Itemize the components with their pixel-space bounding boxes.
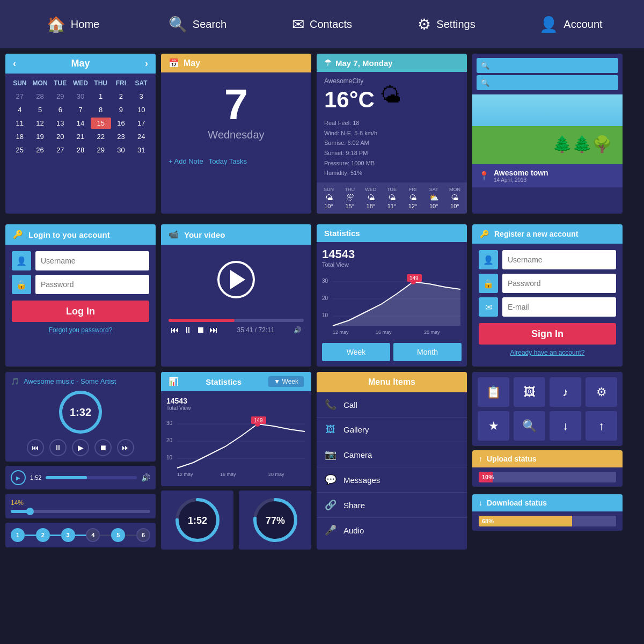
stats-week-month: Week Month	[322, 343, 462, 361]
gallery-icon: 🖼	[324, 424, 337, 435]
icon-grid-search[interactable]: 🔍	[514, 411, 545, 441]
mini-play-btn[interactable]: ▶	[11, 470, 26, 485]
nav-contacts-label: Contacts	[310, 18, 352, 31]
music-pause-btn[interactable]: ⏸	[49, 439, 67, 456]
already-account-link[interactable]: Already have an account?	[479, 349, 616, 356]
icon-grid-star[interactable]: ★	[478, 411, 509, 441]
volume-icon[interactable]: 🔊	[294, 326, 302, 334]
today-tasks-btn[interactable]: Today Tasks	[209, 157, 247, 165]
menu-camera[interactable]: 📷 Camera	[317, 442, 467, 467]
reg-lock-icon: 🔒	[479, 274, 498, 293]
step-6[interactable]: 6	[136, 528, 150, 542]
nav-settings[interactable]: ⚙ Settings	[384, 16, 509, 33]
music-prev-btn[interactable]: ⏮	[27, 439, 44, 456]
menu-gallery[interactable]: 🖼 Gallery	[317, 418, 467, 442]
register-widget: 🔑 Register a new account 👤 🔒 ✉ Sign In A…	[472, 224, 623, 367]
menu-share[interactable]: 🔗 Share	[317, 493, 467, 518]
upload-header: ↑ Upload status	[472, 450, 623, 467]
upload-pct-label: 10%	[482, 474, 494, 480]
menu-widget: Menu Items 📞 Call 🖼 Gallery 📷 Camera 💬 M…	[317, 372, 467, 550]
svg-text:149: 149	[409, 275, 419, 281]
date-number: 7	[224, 83, 248, 126]
step-3[interactable]: 3	[61, 528, 75, 542]
svg-text:20: 20	[322, 295, 328, 301]
weather-widget: ☂ May 7, Monday AwesomeCity 16°C 🌤 Real …	[317, 54, 467, 214]
icon-grid-upload[interactable]: ↑	[586, 411, 617, 441]
menu-audio[interactable]: 🎤 Audio	[317, 518, 467, 543]
username-input[interactable]	[35, 251, 149, 270]
stats-chart-body: 14543 Total View 30 20 10 149 12 may 16 …	[161, 391, 311, 486]
cal-prev-btn[interactable]: ‹	[13, 58, 16, 69]
prev-icon[interactable]: ⏮	[171, 325, 179, 335]
menu-messages[interactable]: 💬 Messages	[317, 467, 467, 493]
video-play-area	[161, 245, 311, 314]
mini-video-widget: ▶ 1:52 🔊	[5, 466, 156, 489]
camera-label: Camera	[343, 450, 372, 459]
play-triangle-icon	[230, 270, 245, 289]
video-time-current: 35:41	[237, 326, 253, 334]
reg-password-input[interactable]	[502, 274, 616, 293]
timers-row: 1:52 77%	[161, 491, 311, 550]
sign-in-button[interactable]: Sign In	[479, 323, 616, 345]
music-time: 1:32	[70, 406, 91, 419]
timer-2-widget: 77%	[239, 491, 311, 550]
call-icon: 📞	[324, 399, 337, 411]
step-2[interactable]: 2	[36, 528, 50, 542]
step-1[interactable]: 1	[11, 528, 25, 542]
add-note-btn[interactable]: + Add Note	[169, 157, 203, 165]
upload-bar-fill: 10%	[479, 472, 493, 482]
upload-bar-track[interactable]: 10%	[479, 472, 616, 482]
mini-volume-icon[interactable]: 🔊	[141, 473, 150, 482]
download-bar-track[interactable]: 68%	[479, 516, 616, 526]
music-play-btn[interactable]: ▶	[72, 439, 89, 456]
download-icon: ↓	[479, 499, 482, 507]
cal-next-btn[interactable]: ›	[145, 58, 148, 69]
menu-header: Menu Items	[317, 372, 467, 392]
register-header: 🔑 Register a new account	[472, 224, 623, 244]
video-progress-bar[interactable]	[169, 319, 304, 322]
reg-email-input[interactable]	[502, 297, 616, 317]
weather-header: ☂ May 7, Monday	[317, 54, 467, 72]
music-stop-btn[interactable]: ⏹	[94, 439, 112, 456]
menu-call[interactable]: 📞 Call	[317, 392, 467, 418]
map-search-bar-2[interactable]: 🔍	[477, 75, 618, 90]
next-icon[interactable]: ⏭	[209, 325, 218, 335]
login-button[interactable]: Log In	[12, 301, 149, 322]
music-next-btn[interactable]: ⏭	[117, 439, 134, 456]
login-title: Login to you account	[28, 230, 110, 239]
map-search-bar[interactable]: 🔍	[477, 58, 618, 73]
svg-text:149: 149	[254, 418, 263, 423]
month-tab-btn[interactable]: Month	[393, 343, 462, 361]
nav-account[interactable]: 👤 Account	[509, 16, 633, 33]
pause-icon[interactable]: ⏸	[184, 325, 192, 335]
cal-week-4: 18 19 20 21 22 23 24	[10, 131, 151, 142]
slider-track[interactable]	[11, 510, 150, 513]
icon-grid-download[interactable]: ↓	[550, 411, 581, 441]
video-widget: 📹 Your video ⏮ ⏸ ⏹ ⏭ 35:41 /	[161, 224, 311, 367]
icon-grid-music[interactable]: ♪	[550, 377, 581, 407]
camera-icon: 📷	[324, 449, 337, 460]
stats-week-btn[interactable]: ▼ Week	[268, 376, 304, 387]
nav-home[interactable]: 🏠 Home	[11, 16, 135, 33]
video-time: 35:41 / 72:11	[237, 326, 274, 334]
slider-thumb[interactable]	[26, 508, 34, 515]
icon-grid-notes[interactable]: 📋	[478, 377, 509, 407]
nav-account-label: Account	[564, 18, 602, 31]
step-5[interactable]: 5	[111, 528, 125, 542]
mini-progress-track[interactable]	[46, 476, 137, 479]
stop-icon[interactable]: ⏹	[196, 325, 205, 335]
forgot-password-link[interactable]: Forgot you password?	[12, 326, 149, 334]
play-button[interactable]	[217, 261, 255, 298]
nav-contacts[interactable]: ✉ Contacts	[260, 16, 384, 33]
col-1-bottom: 🎵 Awesome music - Some Artist 1:32 ⏮ ⏸ ▶…	[5, 372, 156, 550]
reg-username-input[interactable]	[502, 250, 616, 269]
nav-search[interactable]: 🔍 Search	[135, 16, 260, 33]
home-icon: 🏠	[47, 16, 65, 33]
step-4[interactable]: 4	[86, 528, 100, 542]
password-input[interactable]	[35, 275, 149, 294]
reg-email-row: ✉	[479, 297, 616, 317]
icon-grid-settings[interactable]: ⚙	[586, 377, 617, 407]
icon-grid-photos[interactable]: 🖼	[514, 377, 545, 407]
password-row: 🔒	[12, 275, 149, 294]
week-tab-btn[interactable]: Week	[322, 343, 390, 361]
